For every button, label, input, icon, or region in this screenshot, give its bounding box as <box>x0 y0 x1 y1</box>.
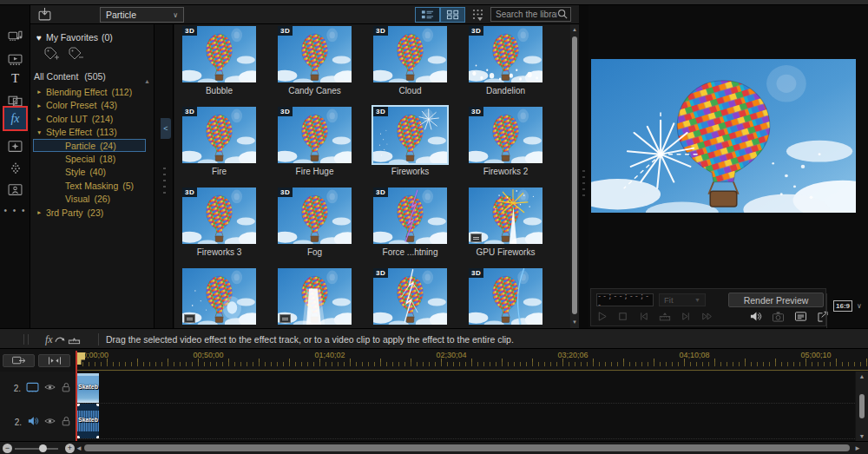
my-favorites-item[interactable]: ♥ My Favorites (0) <box>30 24 154 43</box>
horizontal-scrollbar-thumb[interactable] <box>84 444 850 451</box>
import-media-button[interactable] <box>37 7 55 22</box>
scroll-up-icon[interactable]: ▲ <box>570 27 579 32</box>
effect-item-dandelion[interactable]: 3DDandelion <box>469 26 542 107</box>
category-dropdown[interactable]: Particle ∨ <box>100 7 184 23</box>
grid-view-button[interactable] <box>440 7 465 23</box>
seek-marker-button[interactable] <box>659 310 671 326</box>
tree-item-color-lut[interactable]: ►Color LUT(214) <box>30 112 154 126</box>
track-lock-toggle[interactable] <box>61 382 71 394</box>
tree-item-blending-effect[interactable]: ►Blending Effect(112) <box>30 85 154 99</box>
tree-item-visual[interactable]: Visual(26) <box>30 193 154 207</box>
zoom-slider-track[interactable] <box>15 448 58 450</box>
tree-collapsed-icon[interactable]: ► <box>36 209 43 215</box>
aspect-ratio-selector[interactable]: 16:9 ∨ <box>833 300 862 312</box>
scroll-down-icon[interactable]: ▼ <box>570 319 579 325</box>
title-room-button[interactable]: T <box>0 68 30 89</box>
remove-tag-button[interactable] <box>68 47 83 64</box>
tree-collapsed-icon[interactable]: ► <box>36 115 43 122</box>
fx-room-button[interactable]: fx <box>4 108 26 129</box>
search-input[interactable] <box>496 10 557 19</box>
tree-expanded-icon[interactable]: ▼ <box>36 129 43 135</box>
overlay-room-button[interactable] <box>0 179 30 200</box>
effect-thumbnail[interactable] <box>278 268 352 325</box>
tree-collapsed-icon[interactable]: ► <box>36 102 43 109</box>
tree-collapsed-icon[interactable]: ► <box>36 89 43 95</box>
zoom-in-button[interactable]: + <box>65 444 75 453</box>
fit-dropdown[interactable]: Fit ▼ <box>659 293 706 306</box>
effect-thumbnail[interactable]: 3D <box>182 188 256 244</box>
zoom-out-button[interactable]: − <box>3 444 12 453</box>
timeline-tracks-area[interactable]: Skateb Skateb <box>76 372 855 441</box>
more-rooms-button[interactable]: • • • <box>0 200 30 220</box>
effect-thumbnail[interactable]: 3D <box>182 26 256 82</box>
tree-item-special[interactable]: Special(18) <box>30 152 154 166</box>
splitter-handle[interactable] <box>163 168 166 197</box>
effect-thumbnail[interactable]: 3D <box>469 26 542 82</box>
grid-scrollbar[interactable]: ▲ ▼ <box>570 24 579 328</box>
tree-item-text-masking[interactable]: Text Masking(5) <box>30 179 154 193</box>
effect-item[interactable]: 3D <box>469 268 542 328</box>
effect-item-fireworks-3[interactable]: 3DFireworks 3 <box>182 188 256 268</box>
stop-button[interactable] <box>617 310 628 326</box>
particle-room-button[interactable] <box>0 157 30 178</box>
next-frame-button[interactable] <box>681 310 692 326</box>
sort-menu-button[interactable] <box>471 8 487 22</box>
add-tag-button[interactable] <box>43 47 59 64</box>
video-room-button[interactable] <box>0 49 30 69</box>
scrollbar-thumb[interactable] <box>859 394 865 418</box>
effect-thumbnail[interactable]: 3D <box>469 107 542 163</box>
effect-room-button[interactable] <box>0 135 30 156</box>
effect-thumbnail[interactable]: 3D <box>278 107 352 163</box>
audio-clip[interactable]: Skateb <box>77 404 99 438</box>
play-button[interactable] <box>596 310 608 326</box>
fast-forward-button[interactable] <box>701 310 713 326</box>
effect-thumbnail[interactable] <box>469 188 542 244</box>
preview-screen[interactable] <box>591 59 856 213</box>
effect-thumbnail[interactable]: 3D <box>373 188 447 244</box>
effect-item-fire[interactable]: 3DFire <box>182 107 256 188</box>
effect-thumbnail[interactable]: 3D <box>182 107 256 163</box>
tree-item-style-effect[interactable]: ▼Style Effect(113) <box>30 126 154 140</box>
selection-handle[interactable] <box>77 404 80 406</box>
timeline-vertical-scrollbar[interactable]: ▲ ▼ <box>856 372 868 441</box>
render-preview-button[interactable]: Render Preview <box>728 293 824 307</box>
effect-item-fireworks-2[interactable]: 3DFireworks 2 <box>469 107 542 188</box>
effect-thumbnail[interactable]: 3D <box>373 26 447 82</box>
effect-thumbnail[interactable]: 3D <box>469 268 542 325</box>
selection-handle[interactable] <box>77 436 80 438</box>
effect-item-candy-canes[interactable]: 3DCandy Canes <box>278 26 352 107</box>
preview-quality-button[interactable] <box>794 310 807 326</box>
grid-scrollbar-thumb[interactable] <box>572 36 577 314</box>
effect-thumbnail[interactable]: 3D <box>278 26 352 82</box>
tree-item-color-preset[interactable]: ►Color Preset(43) <box>30 99 154 113</box>
selection-handle[interactable] <box>96 404 99 406</box>
effect-thumbnail[interactable] <box>182 268 256 325</box>
tree-item-style[interactable]: Style(40) <box>30 166 154 180</box>
track-manager-button[interactable] <box>3 354 35 367</box>
timeline-ruler[interactable]: 00;00;0000;50;0001;40;0202;30;0403;20;06… <box>76 349 868 372</box>
scroll-up-icon[interactable]: ▲ <box>856 373 868 379</box>
selection-handle[interactable] <box>96 436 99 438</box>
collapse-tree-button[interactable]: < <box>161 118 171 139</box>
track-visibility-toggle[interactable] <box>44 383 56 393</box>
undock-preview-button[interactable] <box>817 310 830 326</box>
effect-item-cloud[interactable]: 3DCloud <box>373 26 447 107</box>
scroll-down-icon[interactable]: ▼ <box>856 433 868 439</box>
effect-thumbnail[interactable]: 3D <box>373 268 447 325</box>
playhead-line[interactable] <box>76 351 77 441</box>
effect-item-bubble[interactable]: 3DBubble <box>182 26 256 107</box>
effect-item[interactable]: 3D <box>373 268 447 328</box>
effect-item-fog[interactable]: 3DFog <box>278 188 352 268</box>
tree-item-particle[interactable]: Particle(24) <box>33 139 146 152</box>
zoom-slider-handle[interactable] <box>39 444 47 452</box>
effect-item[interactable] <box>278 268 352 328</box>
precise-cut-button[interactable] <box>38 354 70 367</box>
panel-divider[interactable] <box>579 5 589 328</box>
effect-thumbnail[interactable]: 3D <box>373 107 447 163</box>
effect-thumbnail[interactable]: 3D <box>278 188 352 244</box>
track-lock-toggle[interactable] <box>61 416 71 428</box>
tree-scroll-up-icon[interactable]: ▲ <box>144 78 150 84</box>
track-visibility-toggle[interactable] <box>44 417 56 427</box>
video-clip[interactable]: Skateb <box>77 373 99 403</box>
apply-effect-button[interactable]: fx <box>45 332 89 347</box>
